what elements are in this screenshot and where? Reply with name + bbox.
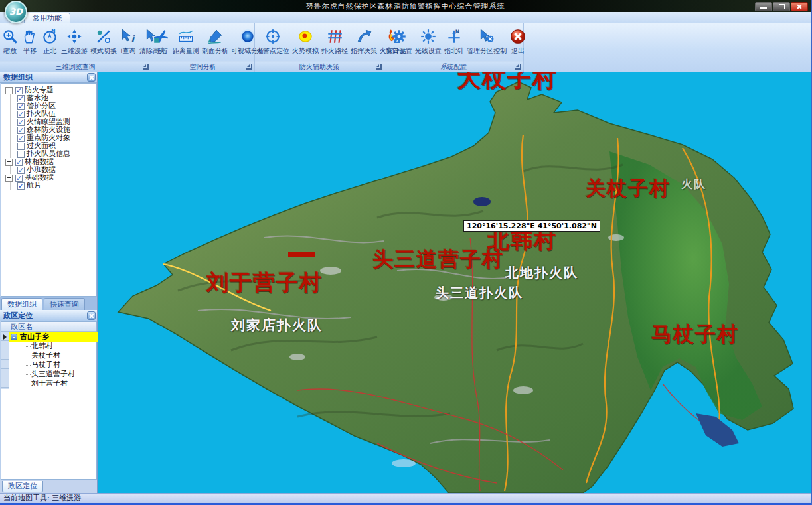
village-label-mazhangzi: 马杖子村 — [651, 321, 739, 348]
light-settings-button[interactable]: 光线设置 — [414, 25, 443, 56]
panel-close-icon[interactable] — [87, 73, 96, 82]
dialog-launcher-icon[interactable] — [515, 64, 521, 70]
village-label-liuyuyingzi: 刘于营子村 — [206, 268, 323, 298]
dialog-launcher-icon[interactable] — [143, 64, 149, 70]
viewshed-dome-icon — [239, 26, 256, 47]
checkbox-unchecked-icon[interactable] — [17, 143, 25, 150]
checkbox-checked-icon[interactable] — [17, 167, 25, 174]
profile-analysis-button[interactable]: 剖面分析 — [201, 25, 230, 56]
compass-button[interactable]: N 指北针 — [443, 25, 465, 56]
tree-item-fire-theme[interactable]: 防火专题 — [1, 86, 96, 94]
collapse-icon[interactable] — [5, 159, 13, 166]
checkbox-checked-icon[interactable] — [15, 87, 23, 94]
checkbox-checked-icon[interactable] — [17, 95, 25, 102]
fire-path-button[interactable]: 扑火路径 — [320, 25, 349, 56]
checkbox-checked-icon[interactable] — [17, 119, 25, 126]
reservoir-lake — [473, 197, 491, 206]
compass-north-icon: N — [446, 26, 463, 47]
sidebar-bottom-tabstrip: 政区定位 — [0, 480, 97, 494]
village-label-tousandaoyingzi: 头三道营子村 — [372, 246, 504, 273]
sidebar-tabstrip: 数据组织 快速查询 — [0, 297, 97, 310]
cursor-cancel-icon — [478, 26, 495, 47]
checkbox-checked-icon[interactable] — [17, 103, 25, 110]
collapse-icon[interactable] — [11, 334, 17, 340]
tab-data-organization[interactable]: 数据组织 — [1, 298, 42, 310]
ribbon-group-3d-browse: 缩放 平移 N 正北 三 — [0, 23, 151, 72]
village-label-guanzhangzi: 关杖子村 — [586, 175, 671, 202]
north-circle-icon: N — [41, 26, 58, 47]
district-row-gushanzi[interactable]: 古山子乡 — [9, 332, 98, 342]
roam-arrows-icon — [66, 26, 83, 47]
pan-button[interactable]: 平移 — [20, 25, 40, 56]
crosshair-target-icon — [264, 26, 282, 47]
ribbon-empty-area — [524, 23, 811, 72]
district-column-header[interactable]: 政区名 — [1, 322, 96, 332]
district-row-beihan[interactable]: 北韩村 — [9, 342, 98, 351]
i-query-button[interactable]: i i查询 — [118, 25, 138, 56]
district-row-tousandaoyingzi[interactable]: 头三道营子村 — [9, 370, 98, 379]
grid-path-icon — [326, 26, 343, 47]
group-caption: 空间分析 — [151, 61, 254, 72]
collapse-icon[interactable] — [5, 87, 13, 94]
window-title: 努鲁尔虎自然保护区森林消防预警指挥中心综合管理系统 — [0, 1, 811, 11]
tab-common-functions[interactable]: 常用功能 — [24, 13, 70, 24]
village-label-dazhangzi: 大杖子村 — [457, 72, 558, 95]
minimize-button[interactable] — [755, 2, 772, 11]
tab-district-locate[interactable]: 政区定位 — [2, 481, 43, 492]
true-north-button[interactable]: N 正北 — [40, 25, 60, 56]
zone-control-button[interactable]: 管理分区控制 — [465, 25, 508, 56]
tree-item-aerial-photo[interactable]: 航片 — [1, 182, 96, 190]
dialog-launcher-icon[interactable] — [376, 64, 382, 70]
team-label-beidi: 北地扑火队 — [505, 264, 578, 282]
ribbon-group-system-config: 窗口设置 光线设置 N 指北针 — [384, 23, 524, 72]
tab-quick-query[interactable]: 快速查询 — [44, 298, 85, 310]
fire-point-locate-button[interactable]: 火警点定位 — [255, 25, 291, 56]
maximize-button[interactable] — [773, 2, 790, 11]
layer-tree: 防火专题 蓄水池 管护分区 扑火队伍 火情瞭望监测 森林防火设施 重点防火对象 … — [1, 83, 97, 297]
application-window: 努鲁尔虎自然保护区森林消防预警指挥中心综合管理系统 3D 常用功能 缩放 — [0, 0, 812, 505]
checkbox-checked-icon[interactable] — [15, 159, 23, 166]
group-caption: 三维浏览查询 — [0, 61, 151, 72]
map-terrain-svg[interactable] — [98, 72, 812, 493]
team-label-partial: 火队 — [681, 177, 706, 192]
checkbox-checked-icon[interactable] — [17, 135, 25, 142]
roam-3d-button[interactable]: 三维漫游 — [60, 25, 89, 56]
group-caption: 防火辅助决策 — [255, 61, 384, 72]
exit-red-x-icon — [509, 26, 527, 47]
checkbox-checked-icon[interactable] — [17, 127, 25, 134]
zoom-button[interactable]: 缩放 — [0, 25, 20, 56]
ribbon-tab-row: 常用功能 — [0, 12, 811, 24]
checkbox-checked-icon[interactable] — [15, 175, 23, 182]
fire-simulation-button[interactable]: 火势模拟 — [291, 25, 320, 56]
data-organization-panel-header: 数据组织 — [0, 72, 97, 83]
map-viewport[interactable]: 大杖子村 关杖子村 北韩村 头三道营子村 刘于营子村 马杖子村 北地扑火队 头三… — [98, 72, 812, 493]
ribbon-toolbar: 缩放 平移 N 正北 三 — [0, 23, 811, 72]
checkbox-unchecked-icon[interactable] — [17, 151, 25, 158]
team-label-tousandao: 头三道扑火队 — [436, 284, 523, 302]
status-bar: 当前地图工具: 三维漫游 — [0, 493, 811, 505]
district-grid: 政区名 古山子乡 北韩村 关杖子村 马杖子村 头三道营子村 刘于营子村 — [1, 321, 97, 480]
collapse-icon[interactable] — [5, 175, 13, 182]
fly-button[interactable]: 飞行 — [151, 25, 171, 56]
district-row-liuyuyingzi[interactable]: 刘于营子村 — [9, 379, 98, 388]
marker-pen-icon — [206, 26, 224, 47]
mode-switch-icon — [95, 26, 112, 47]
checkbox-checked-icon[interactable] — [17, 182, 25, 190]
svg-text:N: N — [455, 29, 459, 35]
district-row-mazhangzi[interactable]: 马杖子村 — [9, 360, 98, 370]
window-settings-button[interactable]: 窗口设置 — [384, 25, 414, 56]
exit-button[interactable]: 退出 — [508, 25, 528, 56]
distance-measure-button[interactable]: 距离量测 — [171, 25, 201, 56]
panel-close-icon[interactable] — [87, 311, 96, 320]
dialog-launcher-icon[interactable] — [246, 64, 252, 70]
checkbox-checked-icon[interactable] — [17, 111, 25, 118]
district-row-guanzhangzi[interactable]: 关杖子村 — [9, 351, 98, 360]
command-decision-button[interactable]: 指挥决策 — [349, 25, 378, 56]
mode-switch-button[interactable]: 模式切换 — [89, 25, 118, 56]
tree-item-base-data[interactable]: 基础数据 — [1, 174, 96, 182]
close-button[interactable] — [791, 2, 808, 11]
team-label-liujiadian: 刘家店扑火队 — [231, 316, 323, 334]
fire-spot-icon — [297, 26, 314, 47]
current-row-arrow-icon — [3, 334, 7, 340]
current-tool-status: 当前地图工具: 三维漫游 — [3, 494, 81, 502]
